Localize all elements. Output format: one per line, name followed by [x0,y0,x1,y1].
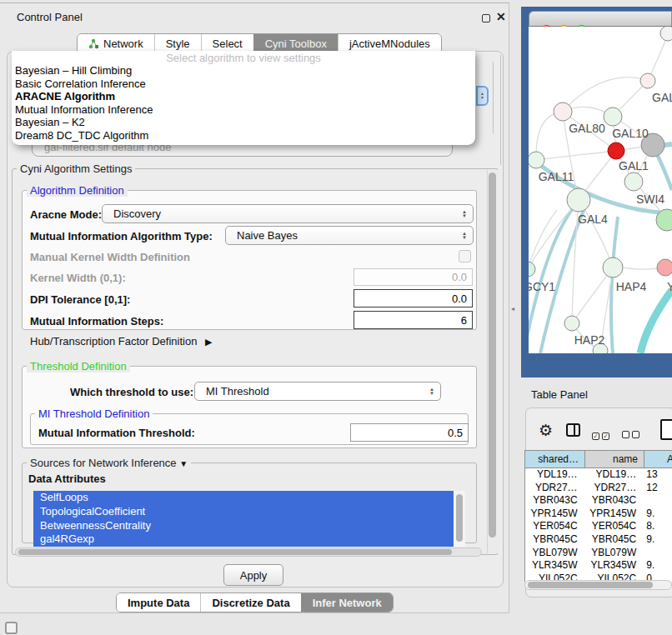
mi-threshold-field[interactable]: 0.5 [350,423,469,442]
aracne-mode-value: Discovery [113,208,161,220]
attributes-scrollbar-thumb[interactable] [456,494,463,542]
tab-impute-data[interactable]: Impute Data [117,593,200,612]
mi-steps-field[interactable]: 6 [354,311,473,329]
settings-hscrollbar-thumb[interactable] [18,549,452,555]
tab-select-label: Select [213,38,243,50]
cell-name: YBR045C [585,533,644,547]
attribute-item-selected[interactable]: TopologicalCoefficient [33,505,465,519]
attribute-item-selected[interactable]: SelfLoops [33,491,465,505]
table-row[interactable]: YER054CYER054C8. [525,520,672,533]
node-label: HAP2 [574,333,605,347]
algorithm-option[interactable]: Mutual Information Inference [12,103,475,117]
which-threshold-combobox[interactable]: MI Threshold ▲▼ [194,382,441,401]
float-window-icon[interactable] [482,14,490,22]
network-view-canvas[interactable]: GAL GAL80 GAL10 GAL1 GAL11 SWI4 GAL4 GCY… [529,27,672,353]
groupbox-edge-fragment [493,62,494,133]
combo-stepper-icon: ▲▼ [462,205,467,222]
mi-algorithm-type-label: Mutual Information Algorithm Type: [30,230,213,242]
mi-algorithm-type-combobox[interactable]: Naive Bayes ▲▼ [225,226,474,245]
table-hscrollbar-thumb[interactable] [528,582,653,588]
cyni-bottom-tabbar: Impute Data Discretize Data Infer Networ… [116,592,394,612]
tab-impute-data-label: Impute Data [128,597,189,609]
table-row[interactable]: YDR27…YDR27…12 [525,482,672,495]
gear-icon[interactable]: ⚙ [539,421,553,440]
node-table[interactable]: YDL19…YDL19…13 YDR27…YDR27…12 YBR043CYBR… [524,468,672,582]
tab-infer-network[interactable]: Infer Network [301,593,393,612]
focused-combobox-stepper[interactable]: ▲▼ [476,86,489,106]
settings-scrollbar-thumb[interactable] [489,172,496,538]
algorithm-option-selected[interactable]: ARACNE Algorithm [12,90,475,103]
cell-value: 12 [644,482,672,495]
network-icon [88,38,99,49]
node-gal1-selected[interactable] [608,142,624,159]
node-label: GAL10 [612,127,649,140]
node-label: GAL1 [619,159,649,172]
node-partial-top[interactable] [660,27,672,41]
table-panel-title: Table Panel [531,388,588,401]
cell-shared-name: YER054C [525,520,585,533]
cell-name: YER054C [585,520,644,533]
algorithm-option[interactable]: Dream8 DC_TDC Algorithm [12,129,475,142]
kernel-width-field[interactable]: 0.0 [354,268,473,286]
control-panel-window: Control Panel ✕ Network Style Select Cyn… [0,2,509,613]
splitter-handle[interactable]: ◂ [511,305,514,312]
node-hap4[interactable] [603,258,623,278]
node-gcy1[interactable] [529,262,535,277]
node-gal10[interactable] [604,108,622,126]
mi-algorithm-type-value: Naive Bayes [237,229,298,242]
cyni-algorithm-settings-title: Cyni Algorithm Settings [17,162,135,175]
cell-shared-name: YBL079W [525,547,585,560]
node-gal11[interactable] [529,152,544,168]
attribute-item-selected[interactable]: BetweennessCentrality [33,519,465,533]
manual-kernel-checkbox[interactable] [459,250,471,262]
cell-name: YDR27… [585,482,644,495]
cell-value: 9. [644,508,672,521]
node-swi4[interactable] [624,172,643,191]
table-row[interactable]: YBR043CYBR043C [525,494,672,508]
cell-name: YBL079W [585,547,644,560]
network-nodes [529,27,672,353]
groupbox-edge-fragment [500,55,501,165]
network-graph: GAL GAL80 GAL10 GAL1 GAL11 SWI4 GAL4 GCY… [529,27,672,353]
app-root: Control Panel ✕ Network Style Select Cyn… [0,0,672,635]
table-row[interactable]: YBL079WYBL079W [525,547,672,560]
attribute-item-selected[interactable]: gal4RGexp [33,532,465,547]
node-label: GCY1 [529,280,555,293]
node-label: SWI4 [636,192,664,206]
node-pink-right[interactable] [657,259,672,276]
dpi-tolerance-label: DPI Tolerance [0,1]: [30,293,130,306]
dpi-tolerance-field[interactable]: 0.0 [354,289,473,308]
algorithm-option[interactable]: Bayesian – K2 [12,116,475,129]
algorithm-dropdown-placeholder: Select algorithm to view settings [12,52,475,64]
mi-threshold-group-title: MI Threshold Definition [35,408,153,420]
table-row[interactable]: YBR045CYBR045C9. [525,533,672,547]
deselect-all-columns-icon[interactable] [622,427,642,442]
algorithm-option[interactable]: Basic Correlation Inference [12,78,475,91]
tab-discretize-data-label: Discretize Data [212,597,289,609]
table-row[interactable]: YDL19…YDL19…13 [525,468,672,482]
apply-button[interactable]: Apply [223,564,283,586]
cell-name: YBR043C [585,494,644,508]
close-icon[interactable]: ✕ [496,10,506,23]
node-gal-partial[interactable] [640,73,655,88]
aracne-mode-combobox[interactable]: Discovery ▲▼ [102,204,474,223]
columns-icon[interactable] [566,423,580,437]
network-window-titlebar[interactable] [529,11,672,27]
node-gal80[interactable] [554,102,572,121]
hub-section-header[interactable]: Hub/Transcription Factor Definition ▶ [30,335,212,348]
node-label: HAP4 [616,280,647,293]
column-header-partial[interactable]: A [644,450,672,468]
tab-discretize-data[interactable]: Discretize Data [200,593,300,612]
table-row[interactable]: YPR145WYPR145W9. [525,508,672,521]
algorithm-option[interactable]: Bayesian – Hill Climbing [12,64,475,78]
column-header-name[interactable]: name [584,450,644,468]
column-header-shared-name[interactable]: shared… [524,450,585,468]
select-all-columns-icon[interactable]: ✓✓ [592,427,612,442]
node-gal4[interactable] [567,188,590,212]
dock-panel-icon[interactable] [5,622,18,634]
table-row[interactable]: YLR345WYLR345W9. [525,559,672,572]
sources-group-title[interactable]: Sources for Network Inference ▼ [27,457,191,469]
node-hap2[interactable] [564,316,579,331]
node-label: Y [667,280,672,293]
new-table-icon[interactable] [660,419,672,440]
